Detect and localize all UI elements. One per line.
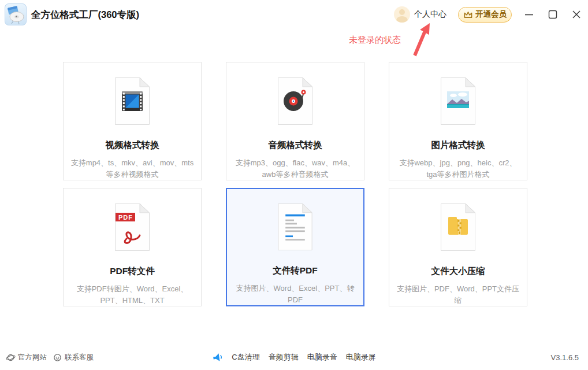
card-description: 支持PDF转图片、Word、Excel、PPT、HTML、TXT: [69, 283, 195, 306]
app-title: 全方位格式工厂(360专版): [31, 0, 139, 29]
window-controls: [523, 9, 582, 20]
card-file-to-pdf[interactable]: 文件转PDF 支持图片、Word、Excel、PPT、转PDF: [226, 188, 364, 306]
tool-pc-audio-record[interactable]: 电脑录音: [307, 352, 337, 362]
version-label: V3.1.6.5: [551, 345, 579, 370]
crown-icon: [463, 10, 473, 19]
footer: 官方网站 联系客服: [0, 345, 588, 370]
card-description: 支持mp3、ogg、flac、wav、m4a、awb等多种音频格式: [232, 157, 358, 180]
card-pdf-to-file[interactable]: PDF PDF转文件 支持PDF转图片、Word、Excel、PPT、HTML、…: [63, 188, 202, 306]
card-audio-convert[interactable]: 音频格式转换 支持mp3、ogg、flac、wav、m4a、awb等多种音频格式: [226, 62, 364, 180]
card-description: 支持webp、jpg、png、heic、cr2、tga等多种图片格式: [395, 157, 521, 180]
contact-support-link[interactable]: 联系客服: [53, 353, 94, 362]
app-logo-icon: [5, 3, 27, 25]
tool-c-drive-cleanup[interactable]: C盘清理: [232, 352, 259, 362]
svg-text:PDF: PDF: [118, 214, 133, 221]
audio-file-icon: [277, 77, 313, 125]
feature-card-grid: 视频格式转换 支持mp4、ts、mkv、avi、mov、mts等多种视频格式 音…: [63, 62, 527, 306]
image-file-icon: [440, 77, 476, 125]
megaphone-icon: [212, 353, 223, 362]
not-logged-in-annotation: 未登录的状态: [349, 35, 401, 46]
close-icon[interactable]: [571, 9, 582, 20]
card-description: 支持mp4、ts、mkv、avi、mov、mts等多种视频格式: [69, 157, 195, 180]
customer-service-icon: [53, 353, 62, 362]
tool-screen-record[interactable]: 电脑录屏: [346, 352, 376, 362]
zip-file-icon: [440, 203, 476, 251]
card-title: 文件转PDF: [273, 265, 318, 277]
contact-support-label: 联系客服: [65, 353, 94, 362]
title-bar: 全方位格式工厂(360专版) 个人中心 开通会员: [0, 0, 588, 29]
doc-to-pdf-icon: [277, 203, 313, 251]
official-website-link[interactable]: 官方网站: [6, 353, 47, 362]
pdf-file-icon: PDF: [114, 203, 150, 251]
maximize-icon[interactable]: [547, 9, 559, 20]
globe-icon: [6, 353, 16, 362]
card-title: 图片格式转换: [431, 139, 485, 151]
card-video-convert[interactable]: 视频格式转换 支持mp4、ts、mkv、avi、mov、mts等多种视频格式: [63, 62, 202, 180]
card-description: 支持图片、Word、Excel、PPT、转PDF: [232, 283, 358, 305]
card-description: 支持图片、PDF、Word、PPT文件压缩: [395, 283, 521, 306]
card-image-convert[interactable]: 图片格式转换 支持webp、jpg、png、heic、cr2、tga等多种图片格…: [389, 62, 527, 180]
open-vip-label: 开通会员: [475, 9, 507, 20]
open-vip-button[interactable]: 开通会员: [458, 7, 512, 23]
video-file-icon: [114, 77, 150, 125]
card-title: 视频格式转换: [106, 139, 159, 151]
card-title: PDF转文件: [110, 265, 155, 278]
card-title: 文件大小压缩: [431, 265, 485, 278]
tool-audio-editing[interactable]: 音频剪辑: [269, 352, 299, 362]
minimize-icon[interactable]: [523, 9, 535, 20]
annotation-arrow-icon: [407, 18, 436, 61]
official-website-label: 官方网站: [18, 353, 47, 362]
card-title: 音频格式转换: [269, 139, 322, 151]
card-file-compress[interactable]: 文件大小压缩 支持图片、PDF、Word、PPT文件压缩: [389, 188, 527, 306]
app-window: 全方位格式工厂(360专版) 个人中心 开通会员: [0, 0, 588, 370]
